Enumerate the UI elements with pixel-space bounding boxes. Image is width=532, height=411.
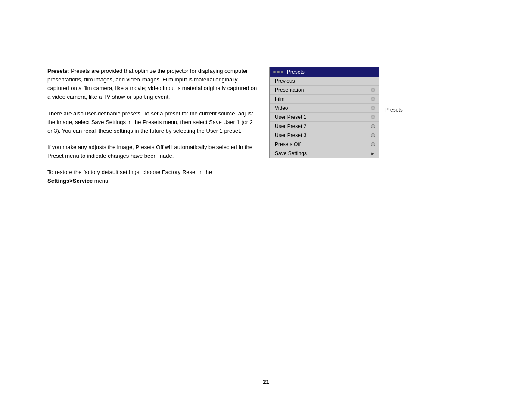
- radio-presentation: [371, 88, 375, 92]
- menu-item-previous-label: Previous: [275, 78, 295, 84]
- arrow-save-settings: ►: [370, 151, 375, 156]
- menu-item-presets-off[interactable]: Presets Off: [270, 140, 379, 149]
- menu-item-user-preset-2[interactable]: User Preset 2: [270, 122, 379, 131]
- radio-user-preset-3: [371, 133, 375, 137]
- menu-item-video[interactable]: Video: [270, 104, 379, 113]
- paragraph-1-text: : Presets are provided that optimize the…: [47, 68, 257, 100]
- radio-user-preset-2: [371, 124, 375, 128]
- menu-item-user-preset-1[interactable]: User Preset 1: [270, 113, 379, 122]
- paragraph-4-post: menu.: [93, 177, 110, 184]
- menu-item-save-settings[interactable]: Save Settings ►: [270, 149, 379, 158]
- menu-item-save-settings-label: Save Settings: [275, 150, 307, 156]
- menu-item-user-preset-2-label: User Preset 2: [275, 123, 306, 129]
- menu-item-presentation-label: Presentation: [275, 87, 304, 93]
- sidebar-presets-label: Presets: [385, 107, 403, 113]
- radio-video: [371, 106, 375, 110]
- presets-bold-label: Presets: [47, 68, 68, 74]
- menu-item-presets-off-label: Presets Off: [275, 141, 301, 147]
- paragraph-1: Presets: Presets are provided that optim…: [47, 67, 258, 102]
- menu-dots: [273, 71, 283, 73]
- menu-item-user-preset-3-label: User Preset 3: [275, 132, 306, 138]
- dot-3: [281, 71, 283, 73]
- presets-menu: Presets Previous Presentation Film Video…: [269, 67, 379, 158]
- paragraph-4-pre: To restore the factory default settings,…: [47, 169, 212, 175]
- menu-item-previous[interactable]: Previous: [270, 77, 379, 86]
- paragraph-3-text: If you make any adjusts the image, Prese…: [47, 143, 258, 160]
- menu-item-video-label: Video: [275, 105, 288, 111]
- main-text-content: Presets: Presets are provided that optim…: [47, 67, 258, 193]
- dot-1: [273, 71, 276, 73]
- paragraph-2-text: There are also user-definable presets. T…: [47, 109, 258, 135]
- paragraph-4: To restore the factory default settings,…: [47, 168, 258, 185]
- menu-item-user-preset-3[interactable]: User Preset 3: [270, 131, 379, 140]
- menu-item-presentation[interactable]: Presentation: [270, 86, 379, 95]
- radio-presets-off: [371, 142, 375, 146]
- menu-item-film[interactable]: Film: [270, 95, 379, 104]
- dot-2: [277, 71, 280, 73]
- presets-menu-section: Presets Previous Presentation Film Video…: [269, 67, 379, 158]
- settings-service-bold: Settings>Service: [47, 177, 93, 184]
- radio-film: [371, 97, 375, 101]
- page-number: 21: [263, 379, 269, 385]
- paragraph-3: If you make any adjusts the image, Prese…: [47, 143, 258, 160]
- menu-header: Presets: [270, 67, 379, 77]
- menu-title: Presets: [287, 69, 305, 75]
- menu-item-film-label: Film: [275, 96, 285, 102]
- menu-item-user-preset-1-label: User Preset 1: [275, 114, 306, 120]
- radio-user-preset-1: [371, 115, 375, 119]
- paragraph-2: There are also user-definable presets. T…: [47, 109, 258, 135]
